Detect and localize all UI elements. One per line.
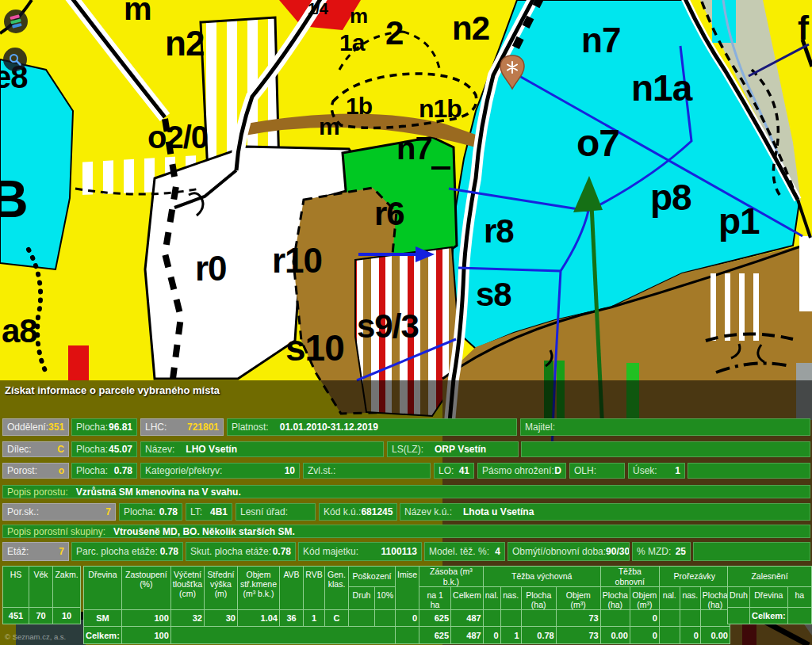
col-header: Plocha (ha): [700, 587, 730, 610]
map-label: 2: [385, 17, 403, 49]
col-header: Druh: [728, 587, 750, 608]
col-header: Zastoupení (%): [121, 567, 170, 610]
field-mzd: % MZD:25: [632, 542, 691, 561]
field-lhc: LHC:721801: [140, 418, 224, 436]
map-label: m: [124, 0, 151, 24]
layers-button[interactable]: [4, 10, 28, 33]
field-nazev: Název:LHO Vsetín: [140, 441, 384, 457]
col-header: Objem (m³): [556, 587, 600, 610]
field-porsk: Por.sk.:7: [2, 503, 116, 521]
field-kod-majetku: Kód majetku:1100113: [298, 542, 422, 561]
col-header: Druh: [349, 587, 375, 610]
map-attribution: © Seznam.cz, a.s.: [5, 632, 66, 641]
col-header: Plocha (ha): [521, 587, 556, 610]
col-header: nal.: [483, 587, 500, 610]
map-label: s10: [285, 331, 344, 366]
field-model-tez: Model. těž. %:4: [424, 542, 505, 561]
map-label: a8: [2, 315, 37, 347]
col-group-header: Zalesnění: [728, 567, 812, 587]
col-header: Imise: [396, 567, 419, 610]
field-lslz: LS(LZ):ORP Vsetín: [387, 441, 519, 457]
col-header: AVB: [280, 567, 304, 610]
table-row-total: Celkem: 100 625 487 0 1 0.78 73 0.00 0 0…: [84, 627, 730, 644]
field-lt: LT:4B1: [186, 503, 232, 521]
map-label: o2/0: [147, 122, 208, 152]
col-header: RVB: [304, 567, 325, 610]
col-header: 10%: [375, 587, 396, 610]
col-header: Objem (m³): [630, 587, 659, 610]
field-parc-plocha: Parc. plocha etáže:0.78: [71, 542, 183, 561]
field-plocha-porsk: Plocha:0.78: [119, 503, 182, 521]
table-row: Celkem:: [728, 608, 812, 624]
col-header: nas.: [680, 587, 700, 610]
layers-icon: [9, 14, 23, 29]
col-header: nas.: [500, 587, 521, 610]
zalesneni-table: Zalesnění Druh Dřevina ha Celkem:: [727, 566, 812, 624]
col-group-header: Těžba výchovná: [483, 567, 600, 587]
field-plocha-dilec: Plocha:45.07: [71, 441, 137, 457]
field-skut-plocha: Skut. plocha etáže:0.78: [186, 542, 296, 561]
map-label: s8: [476, 279, 511, 311]
table-cell: 451: [3, 608, 29, 624]
field-popis-skupiny: Popis porostní skupiny:Vtroušeně MD, BO.…: [2, 525, 810, 538]
map-label: 1b: [346, 95, 372, 118]
field-popis-porostu: Popis porostu:Vzrůstná SM kmenovina na V…: [2, 485, 810, 498]
col-group-header: Těžba obnovní: [600, 567, 659, 587]
col-header: Objem stř.kmene (m³ b.k.): [238, 567, 280, 610]
map-label: m: [350, 6, 367, 26]
map-label: B: [0, 174, 28, 224]
field-nazev-ku: Název k.ú.:Lhota u Vsetína: [400, 503, 810, 521]
field-dilec: Dílec:C: [2, 441, 69, 457]
col-header: na 1 ha: [419, 587, 451, 610]
map-label: n1a: [631, 71, 691, 106]
field-obmyti: Obmýtí/obnovní doba:90/30: [508, 542, 630, 561]
map-label: r6: [374, 198, 404, 230]
map-label: r8: [484, 216, 514, 247]
field-pasmo: Pásmo ohrožení:D: [477, 463, 566, 479]
map-label: p1: [718, 204, 760, 239]
col-header: Střední výška (m): [205, 567, 238, 610]
col-header: nal.: [659, 587, 680, 610]
table-cell: 70: [29, 608, 53, 624]
field-platnost: Platnost:01.01.2010-31.12.2019: [227, 418, 517, 436]
field-plocha-porost: Plocha:0.78: [71, 463, 137, 479]
field-plocha-oddeleni: Plocha:96.81: [71, 418, 137, 436]
col-group-header: Poškození: [349, 567, 396, 587]
map-label: n2: [165, 27, 204, 60]
col-group-header: Zásoba (m³ b.k.): [419, 567, 484, 587]
search-button[interactable]: [3, 48, 27, 71]
map-label: o7: [576, 125, 619, 162]
map-label: 1a: [339, 32, 364, 55]
parcel-info-panel: Získat informace o parcele vybraného mís…: [0, 380, 812, 645]
map-label: n2: [452, 13, 489, 44]
map-label: p8: [650, 181, 691, 216]
col-header: Plocha (ha): [600, 587, 630, 610]
map-label: n7: [581, 24, 620, 57]
stand-id-table: HS Věk Zakm. 451 70 10: [2, 566, 81, 624]
col-header: Celkem: [451, 587, 484, 610]
stand-detail-table: Dřevina Zastoupení (%) Výčetní tloušťka …: [83, 566, 730, 644]
col-header: Věk: [29, 567, 53, 608]
map-label: s9/3: [357, 311, 419, 342]
field-zvlst: Zvl.st.:: [303, 463, 431, 479]
col-header: Výčetní tloušťka (cm): [170, 567, 204, 610]
map-label: r10: [272, 244, 322, 277]
field-olh: OLH:: [569, 463, 625, 479]
panel-title: Získat informace o parcele vybraného mís…: [5, 384, 220, 396]
field-majitel: Majitel:: [520, 418, 810, 436]
field-filler: [521, 441, 810, 457]
map-label: n7: [396, 133, 432, 163]
map-label: n1b: [419, 97, 462, 120]
field-lesni-urad: Lesní úřad:: [236, 503, 316, 521]
map-label: 1/4: [308, 2, 327, 17]
field-lo: LO:41: [434, 463, 474, 479]
field-filler: [688, 463, 810, 479]
map-label: f: [798, 13, 808, 44]
col-header: Gen. klas.: [325, 567, 349, 610]
col-header: HS: [3, 567, 29, 608]
table-row: SM 100 32 30 1.04 36 1 C 0 625 487: [84, 610, 730, 627]
field-filler: [693, 542, 810, 561]
col-header: ha: [787, 587, 811, 608]
map-label: m: [319, 116, 339, 139]
col-header: Dřevina: [84, 567, 122, 610]
